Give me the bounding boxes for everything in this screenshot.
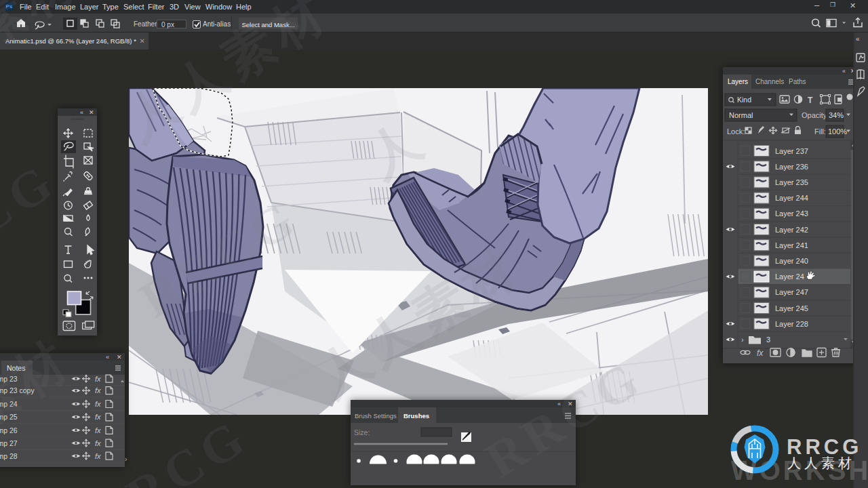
svg-text:Layer 237: Layer 237 [775,147,808,155]
svg-text:«: « [557,401,561,407]
svg-text:fx: fx [95,386,101,394]
svg-text:Channels: Channels [755,78,784,85]
svg-text:«: « [856,35,860,43]
svg-text:Lock:: Lock: [727,127,745,136]
svg-text:«: « [842,68,846,75]
svg-text:Layer 235: Layer 235 [775,178,808,186]
svg-text:Brush Settings: Brush Settings [355,412,397,420]
svg-text:34%: 34% [829,111,844,119]
svg-text:3: 3 [766,336,770,344]
svg-text:Layer 244: Layer 244 [775,194,808,202]
svg-text:fx: fx [95,375,101,383]
svg-text:✕: ✕ [117,354,122,361]
svg-text:Layer 247: Layer 247 [775,288,808,296]
svg-text:Comp 24: Comp 24 [0,400,18,408]
svg-text:fx: fx [95,400,101,408]
svg-text:Notes: Notes [7,364,25,372]
svg-text:«: « [80,109,83,116]
svg-text:Opacity:: Opacity: [802,111,829,119]
svg-text:Comp 27: Comp 27 [0,439,18,447]
svg-text:Layer 24: Layer 24 [775,272,804,281]
svg-text:fx: fx [95,413,101,421]
svg-text:Layer 228: Layer 228 [775,320,808,328]
svg-text:Size:: Size: [354,428,370,436]
svg-text:T: T [808,96,813,105]
svg-text:Layer 236: Layer 236 [775,163,808,171]
svg-text:Layer 245: Layer 245 [775,304,808,312]
svg-text:Layers: Layers [728,78,748,85]
svg-text:›: › [741,336,744,344]
svg-text:fx: fx [95,452,101,460]
svg-text:Paths: Paths [789,78,806,85]
svg-text:人人素材: 人人素材 [787,455,855,470]
svg-text:«: « [106,354,109,361]
svg-text:✕: ✕ [568,401,573,407]
svg-text:Kind: Kind [737,96,751,104]
svg-text:Comp 23: Comp 23 [0,375,18,383]
svg-text:Fill:: Fill: [814,127,826,136]
svg-text:fx: fx [757,348,764,358]
svg-text:Layer 242: Layer 242 [775,226,808,234]
svg-text:Layer 243: Layer 243 [775,209,808,218]
svg-text:Comp 28: Comp 28 [0,452,18,460]
svg-text:Comp 25: Comp 25 [0,413,18,421]
svg-text:Layer 241: Layer 241 [775,241,808,249]
svg-text:Layer 240: Layer 240 [775,257,808,265]
svg-text:fx: fx [95,439,101,447]
svg-text:Comp 26: Comp 26 [0,426,18,434]
svg-text:fx: fx [95,426,101,434]
svg-text:✕: ✕ [89,109,94,116]
svg-text:Brushes: Brushes [403,412,429,420]
svg-text:100%: 100% [828,127,847,136]
svg-text:Normal: Normal [729,111,753,119]
svg-text:Comp 23 copy: Comp 23 copy [0,386,35,394]
